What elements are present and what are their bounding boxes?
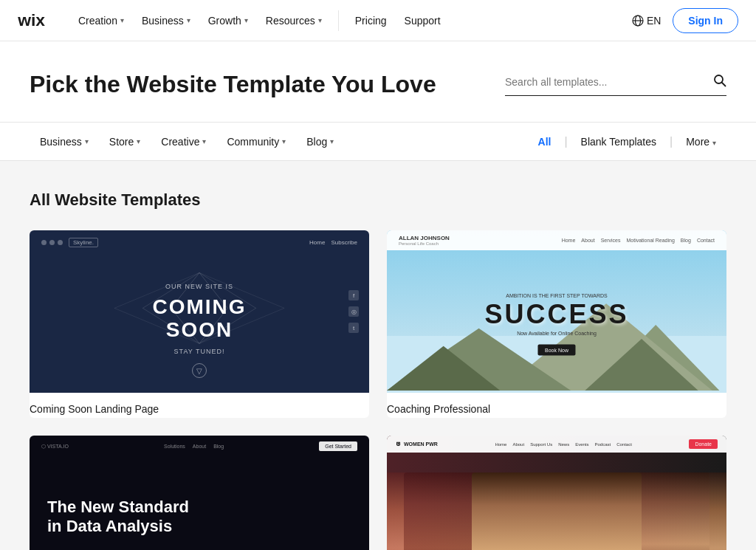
filter-divider-2: |: [667, 135, 676, 148]
chevron-down-icon: ▾: [137, 137, 140, 145]
women-nav: HomeAboutSupport UsNewsEventsPodcastCont…: [495, 442, 631, 447]
twitter-icon: t: [348, 323, 359, 333]
chevron-down-icon: ▾: [187, 16, 190, 24]
filter-creative[interactable]: Creative ▾: [151, 124, 216, 159]
window-dots: [41, 240, 63, 245]
chevron-down-icon: ▾: [318, 16, 322, 24]
main-content: All Website Templates: [0, 161, 756, 550]
template-card-vista[interactable]: ⬡ VISTA.IO SolutionsAboutBlog Get Starte…: [30, 436, 369, 550]
coaching-logo: ALLAN JOHNSON Personal Life Coach: [399, 235, 450, 246]
person-3: [472, 472, 642, 550]
women-thumb: ⛨ WOMEN PWR HomeAboutSupport UsNewsEvent…: [387, 436, 726, 550]
vista-text: The New Standard in Data Analysis: [47, 498, 189, 537]
template-thumbnail: ⛨ WOMEN PWR HomeAboutSupport UsNewsEvent…: [387, 436, 726, 550]
cs-main-text: OUR NEW SITE IS COMINGSOON STAY TUNED!: [152, 283, 246, 355]
hero-section: Pick the Website Template You Love: [0, 41, 756, 123]
coaching-thumb: ALLAN JOHNSON Personal Life Coach HomeAb…: [387, 230, 726, 393]
filter-more[interactable]: More ▾: [676, 124, 726, 159]
cs-social-icons: f ◎ t: [348, 290, 359, 333]
filter-business[interactable]: Business ▾: [30, 124, 99, 159]
template-card-women[interactable]: ⛨ WOMEN PWR HomeAboutSupport UsNewsEvent…: [387, 436, 726, 550]
coaching-nav: HomeAboutServicesMotivational ReadingBlo…: [562, 238, 715, 243]
template-thumbnail: ⬡ VISTA.IO SolutionsAboutBlog Get Starte…: [30, 436, 369, 550]
nav-divider: [338, 10, 339, 31]
chevron-down-icon: ▾: [202, 137, 206, 145]
nav-right: EN Sign In: [632, 8, 738, 33]
facebook-icon: f: [348, 290, 359, 300]
page-title: Pick the Website Template You Love: [30, 71, 436, 98]
globe-icon: [632, 15, 644, 27]
chevron-down-icon: ▾: [282, 137, 286, 145]
template-thumbnail: ALLAN JOHNSON Personal Life Coach HomeAb…: [387, 230, 726, 393]
women-logo: ⛨ WOMEN PWR: [396, 441, 438, 447]
vista-logo: ⬡ VISTA.IO: [41, 444, 69, 450]
women-donate-btn: Donate: [689, 439, 718, 449]
vista-header: ⬡ VISTA.IO SolutionsAboutBlog Get Starte…: [30, 436, 369, 457]
coaching-content: AMBITION IS THE FIRST STEP TOWARDS SUCCE…: [484, 293, 628, 356]
filter-store[interactable]: Store ▾: [99, 124, 151, 159]
nav-item-business[interactable]: Business ▾: [134, 10, 198, 31]
cs-nav: HomeSubscribe: [309, 239, 357, 246]
main-nav-items: Creation ▾ Business ▾ Growth ▾ Resources…: [71, 10, 632, 31]
top-navigation: wix Creation ▾ Business ▾ Growth ▾ Resou…: [0, 0, 756, 41]
filter-right-items: All | Blank Templates | More ▾: [528, 124, 726, 159]
coming-soon-thumb: Skyline. HomeSubscribe OUR NEW SITE IS C…: [30, 230, 369, 393]
vista-thumb: ⬡ VISTA.IO SolutionsAboutBlog Get Starte…: [30, 436, 369, 550]
nav-item-creation[interactable]: Creation ▾: [71, 10, 131, 31]
nav-item-growth[interactable]: Growth ▾: [201, 10, 255, 31]
instagram-icon: ◎: [348, 306, 359, 317]
coaching-header: ALLAN JOHNSON Personal Life Coach HomeAb…: [387, 230, 726, 250]
vista-nav: SolutionsAboutBlog: [164, 444, 224, 449]
search-icon[interactable]: [713, 74, 726, 91]
chevron-down-icon: ▾: [712, 139, 716, 147]
filter-all[interactable]: All: [528, 124, 562, 159]
svg-text:wix: wix: [18, 13, 45, 28]
filter-navigation: Business ▾ Store ▾ Creative ▾ Community …: [0, 123, 756, 161]
template-label: Coaching Professional: [387, 393, 726, 418]
template-thumbnail: Skyline. HomeSubscribe OUR NEW SITE IS C…: [30, 230, 369, 393]
cs-expand-icon: ▽: [192, 363, 207, 378]
nav-item-resources[interactable]: Resources ▾: [258, 10, 329, 31]
template-grid: Skyline. HomeSubscribe OUR NEW SITE IS C…: [30, 230, 726, 550]
women-header: ⛨ WOMEN PWR HomeAboutSupport UsNewsEvent…: [387, 436, 726, 453]
template-card-coming-soon[interactable]: Skyline. HomeSubscribe OUR NEW SITE IS C…: [30, 230, 369, 418]
filter-blank-templates[interactable]: Blank Templates: [571, 124, 667, 159]
vista-heading: The New Standard in Data Analysis: [47, 498, 189, 537]
svg-line-5: [722, 83, 726, 86]
template-card-coaching[interactable]: ALLAN JOHNSON Personal Life Coach HomeAb…: [387, 230, 726, 418]
chevron-down-icon: ▾: [330, 137, 334, 145]
filter-blog[interactable]: Blog ▾: [296, 124, 344, 159]
book-now-btn: Book Now: [537, 345, 576, 356]
sign-in-button[interactable]: Sign In: [673, 8, 738, 33]
logo[interactable]: wix: [18, 13, 53, 28]
cs-logo: Skyline.: [69, 238, 98, 247]
chevron-down-icon: ▾: [85, 137, 89, 145]
filter-community[interactable]: Community ▾: [216, 124, 296, 159]
filter-divider: |: [561, 135, 570, 148]
search-input[interactable]: [505, 76, 707, 88]
nav-item-support[interactable]: Support: [397, 10, 448, 31]
template-label: Coming Soon Landing Page: [30, 393, 369, 418]
section-title: All Website Templates: [30, 190, 726, 210]
chevron-down-icon: ▾: [244, 16, 248, 24]
nav-item-pricing[interactable]: Pricing: [348, 10, 394, 31]
coming-soon-header: Skyline. HomeSubscribe: [30, 230, 369, 255]
language-selector[interactable]: EN: [632, 15, 661, 27]
svg-point-4: [715, 75, 723, 83]
search-bar: [505, 74, 726, 96]
chevron-down-icon: ▾: [120, 16, 124, 24]
vista-cta-btn: Get Started: [319, 441, 357, 451]
filter-left-items: Business ▾ Store ▾ Creative ▾ Community …: [30, 124, 528, 159]
cs-bottom-circle: ▽: [192, 363, 207, 378]
